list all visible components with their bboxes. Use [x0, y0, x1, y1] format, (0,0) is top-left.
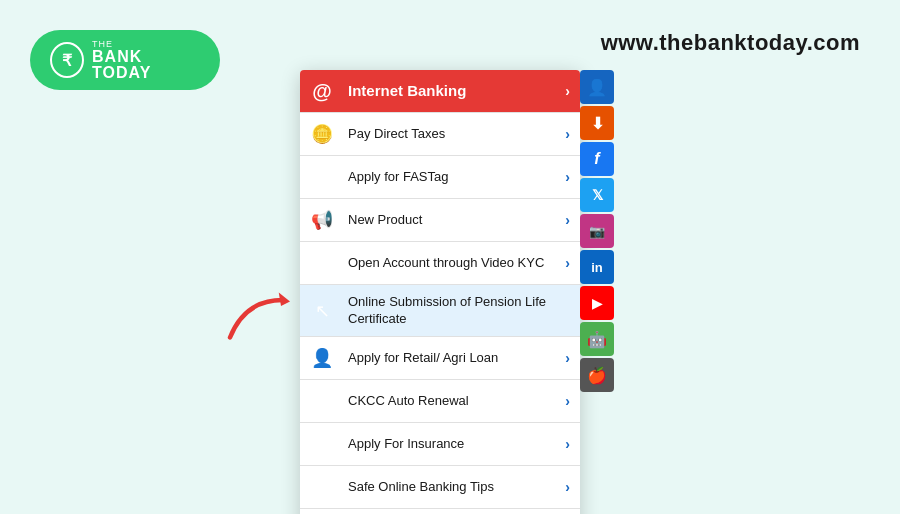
social-instagram-icon[interactable]: 📷: [580, 214, 614, 248]
retail-agri-label: Apply for Retail/ Agri Loan: [344, 342, 565, 375]
social-profile-icon[interactable]: 👤: [580, 70, 614, 104]
svg-marker-0: [279, 293, 290, 307]
menu-item-retail-agri[interactable]: 👤 Apply for Retail/ Agri Loan ›: [300, 337, 580, 380]
logo-text: THE BANK TODAY: [92, 39, 200, 81]
menu-item-insurance[interactable]: ☂ Apply For Insurance ›: [300, 423, 580, 466]
internet-banking-arrow: ›: [565, 83, 580, 99]
social-linkedin-icon[interactable]: in: [580, 250, 614, 284]
fastag-label: Apply for FASTag: [344, 161, 565, 194]
open-account-icon: ↖: [300, 242, 344, 284]
open-account-arrow: ›: [565, 255, 580, 271]
logo: ₹ THE BANK TODAY: [30, 30, 220, 90]
menu-item-rbi[interactable]: 🏛 RBI Kehta Hai ›: [300, 509, 580, 514]
fastag-arrow: ›: [565, 169, 580, 185]
social-download-icon[interactable]: ⬇: [580, 106, 614, 140]
social-twitter-icon[interactable]: 𝕏: [580, 178, 614, 212]
menu-item-pay-direct-taxes[interactable]: 🪙 Pay Direct Taxes ›: [300, 113, 580, 156]
internet-banking-icon: @: [300, 70, 344, 112]
red-arrow-indicator: [220, 285, 300, 345]
menu-item-new-product[interactable]: 📢 New Product ›: [300, 199, 580, 242]
insurance-icon: ☂: [300, 423, 344, 465]
rbi-icon: 🏛: [300, 509, 344, 514]
fastag-icon: FAS: [300, 156, 344, 198]
pension-icon: ↖: [300, 290, 344, 332]
safe-banking-arrow: ›: [565, 479, 580, 495]
logo-rupee-icon: ₹: [50, 42, 84, 78]
menu-item-fastag[interactable]: FAS Apply for FASTag ›: [300, 156, 580, 199]
open-account-label: Open Account through Video KYC: [344, 247, 565, 280]
new-product-arrow: ›: [565, 212, 580, 228]
pay-taxes-icon: 🪙: [300, 113, 344, 155]
safe-banking-icon: 🛡: [300, 466, 344, 508]
social-sidebar: 👤 ⬇ f 𝕏 📷 in ▶ 🤖 🍎: [580, 70, 614, 392]
pay-taxes-label: Pay Direct Taxes: [344, 118, 565, 151]
menu-item-pension-life[interactable]: ↖ Online Submission of Pension Life Cert…: [300, 285, 580, 337]
insurance-label: Apply For Insurance: [344, 428, 565, 461]
menu-item-safe-banking[interactable]: 🛡 Safe Online Banking Tips ›: [300, 466, 580, 509]
pay-taxes-arrow: ›: [565, 126, 580, 142]
new-product-label: New Product: [344, 204, 565, 237]
internet-banking-label: Internet Banking: [344, 73, 565, 109]
pension-label: Online Submission of Pension Life Certif…: [344, 286, 570, 336]
menu-item-open-account[interactable]: ↖ Open Account through Video KYC ›: [300, 242, 580, 285]
insurance-arrow: ›: [565, 436, 580, 452]
social-apple-icon[interactable]: 🍎: [580, 358, 614, 392]
menu-container: @ Internet Banking › 🪙 Pay Direct Taxes …: [300, 70, 580, 514]
social-android-icon[interactable]: 🤖: [580, 322, 614, 356]
menu-item-internet-banking[interactable]: @ Internet Banking ›: [300, 70, 580, 113]
social-youtube-icon[interactable]: ▶: [580, 286, 614, 320]
retail-agri-arrow: ›: [565, 350, 580, 366]
retail-agri-icon: 👤: [300, 337, 344, 379]
ckcc-label: CKCC Auto Renewal: [344, 385, 565, 418]
ckcc-arrow: ›: [565, 393, 580, 409]
website-url: www.thebanktoday.com: [601, 30, 860, 56]
menu-item-ckcc[interactable]: 🛡 CKCC Auto Renewal ›: [300, 380, 580, 423]
safe-banking-label: Safe Online Banking Tips: [344, 471, 565, 504]
new-product-icon: 📢: [300, 199, 344, 241]
ckcc-icon: 🛡: [300, 380, 344, 422]
social-facebook-icon[interactable]: f: [580, 142, 614, 176]
